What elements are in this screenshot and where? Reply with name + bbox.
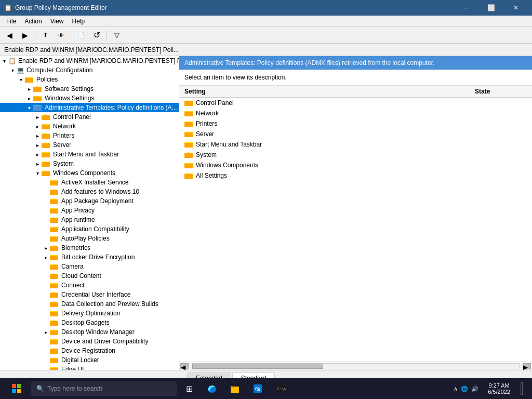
tree-item-data-coll[interactable]: Data Collection and Preview Builds: [0, 299, 179, 309]
tree-item-edge-ui[interactable]: Edge UI: [0, 365, 179, 370]
tree-toggle-network[interactable]: ▸: [33, 124, 42, 129]
tree-item-admin-templates[interactable]: ▾ Administrative Templates: Policy defin…: [0, 103, 179, 112]
tree-item-win-components[interactable]: ▾ Windows Components: [0, 168, 179, 178]
tree-item-desktop-wm[interactable]: ▸ Desktop Window Manager: [0, 327, 179, 337]
right-item-start-menu-and-taskbar[interactable]: Start Menu and Taskbar: [179, 139, 532, 150]
forward-button[interactable]: ▶: [18, 29, 32, 42]
menu-action[interactable]: Action: [20, 17, 46, 26]
tree-toggle-policies[interactable]: ▾: [17, 77, 25, 83]
right-item-control-panel[interactable]: Control Panel: [179, 98, 532, 108]
tree-item-biometrics[interactable]: ▸ Biometrics: [0, 243, 179, 252]
scroll-right-btn[interactable]: ▶: [523, 363, 531, 369]
right-item-list[interactable]: Control Panel Network Printers Server: [179, 98, 532, 362]
up-button[interactable]: ⬆: [38, 29, 52, 42]
tree-item-server[interactable]: ▸ Server: [0, 140, 179, 150]
tree-toggle-start-menu[interactable]: ▸: [33, 152, 42, 157]
scroll-left-btn[interactable]: ◀: [180, 363, 189, 369]
tree-item-app-runtime[interactable]: App runtime: [0, 215, 179, 224]
system-tray[interactable]: ∧ 🌐 🔊: [449, 385, 483, 392]
tree-item-desktop-gadgets[interactable]: Desktop Gadgets: [0, 318, 179, 327]
tree-item-camera[interactable]: Camera: [0, 262, 179, 271]
tree-item-start-menu[interactable]: ▸ Start Menu and Taskbar: [0, 150, 179, 159]
tree-item-policies[interactable]: ▾ Policies: [0, 75, 179, 84]
tree-item-autoplay[interactable]: AutoPlay Policies: [0, 234, 179, 243]
show-desktop-button[interactable]: [515, 378, 528, 399]
cmd-icon[interactable]: C:\>_: [270, 378, 291, 399]
tree-item-app-pkg[interactable]: App Package Deployment: [0, 196, 179, 206]
tree-item-cloud-content[interactable]: Cloud Content: [0, 271, 179, 281]
folder-icon: [50, 301, 58, 308]
tree-item-connect[interactable]: Connect: [0, 281, 179, 290]
close-button[interactable]: ✕: [504, 0, 528, 16]
svg-rect-1: [33, 87, 42, 92]
tree-label-app-privacy: App Privacy: [61, 207, 95, 214]
task-view-button[interactable]: ⊞: [179, 378, 200, 399]
right-item-network[interactable]: Network: [179, 108, 532, 118]
filter-button[interactable]: ▽: [110, 29, 124, 42]
tree-item-device-reg[interactable]: Device Registration: [0, 346, 179, 355]
tree-toggle-win-settings[interactable]: ▸: [25, 96, 33, 101]
tree-item-network[interactable]: ▸ Network: [0, 122, 179, 131]
menu-view[interactable]: View: [46, 17, 68, 26]
tree-item-add-features[interactable]: Add features to Windows 10: [0, 187, 179, 196]
store-icon[interactable]: 🛍: [247, 378, 268, 399]
tree-pane[interactable]: ▾📋Enable RDP and WINRM [MARIODC.MARIO.PE…: [0, 56, 179, 370]
scroll-track[interactable]: [192, 363, 520, 369]
maximize-button[interactable]: ⬜: [479, 0, 503, 16]
tree-toggle-root[interactable]: ▾: [0, 58, 8, 64]
tree-toggle-system[interactable]: ▸: [33, 161, 42, 167]
right-item-printers[interactable]: Printers: [179, 118, 532, 129]
tree-item-printers[interactable]: ▸ Printers: [0, 131, 179, 140]
main-content: ▾📋Enable RDP and WINRM [MARIODC.MARIO.PE…: [0, 56, 532, 370]
tree-toggle-win-components[interactable]: ▾: [33, 170, 42, 176]
tree-item-control-panel[interactable]: ▸ Control Panel: [0, 112, 179, 122]
tree-toggle-printers[interactable]: ▸: [33, 133, 42, 139]
refresh-button[interactable]: ↺: [89, 29, 104, 42]
chevron-icon[interactable]: ∧: [454, 385, 458, 392]
scroll-thumb[interactable]: [192, 364, 323, 369]
tree-toggle-sw-settings[interactable]: ▸: [25, 86, 33, 92]
show-hide-button[interactable]: 👁: [54, 29, 68, 42]
properties-button[interactable]: 📄: [74, 29, 88, 42]
edge-icon[interactable]: [202, 378, 222, 399]
tree-item-win-settings[interactable]: ▸ Windows Settings: [0, 94, 179, 103]
svg-rect-34: [184, 122, 193, 127]
tree-item-cred-ui[interactable]: Credential User Interface: [0, 290, 179, 299]
tree-item-device-driver[interactable]: Device and Driver Compatibility: [0, 337, 179, 346]
right-item-system[interactable]: System: [179, 150, 532, 160]
tree-item-activex[interactable]: ActiveX Installer Service: [0, 178, 179, 187]
right-item-all-settings[interactable]: All Settings: [179, 170, 532, 181]
tree-toggle-admin-templates[interactable]: ▾: [25, 105, 33, 111]
volume-icon[interactable]: 🔊: [471, 385, 478, 392]
menu-help[interactable]: Help: [68, 17, 89, 26]
tree-item-app-compat[interactable]: Application Compatibility: [0, 224, 179, 234]
tree-item-digital-locker[interactable]: Digital Locker: [0, 355, 179, 365]
tree-item-delivery-opt[interactable]: Delivery Optimization: [0, 309, 179, 318]
tree-toggle-cc[interactable]: ▾: [8, 68, 17, 73]
tree-toggle-bitlocker[interactable]: ▸: [42, 255, 50, 260]
file-explorer-icon[interactable]: [224, 378, 245, 399]
tree-item-sw-settings[interactable]: ▸ Software Settings: [0, 84, 179, 94]
tree-toggle-desktop-wm[interactable]: ▸: [42, 329, 50, 335]
start-button[interactable]: [4, 378, 29, 399]
horizontal-scrollbar[interactable]: ◀ ▶: [179, 362, 532, 370]
taskbar-search[interactable]: 🔍 Type here to search: [31, 381, 177, 396]
menu-file[interactable]: File: [2, 17, 20, 26]
tree-item-system[interactable]: ▸ System: [0, 159, 179, 168]
clock[interactable]: 9:27 AM 6/5/2022: [484, 382, 514, 395]
tree-item-bitlocker[interactable]: ▸ BitLocker Drive Encryption: [0, 252, 179, 262]
minimize-button[interactable]: ─: [454, 0, 478, 16]
tree-item-root[interactable]: ▾📋Enable RDP and WINRM [MARIODC.MARIO.PE…: [0, 56, 179, 65]
tree-item-app-privacy[interactable]: App Privacy: [0, 206, 179, 215]
network-icon[interactable]: 🌐: [461, 385, 468, 392]
folder-icon: [33, 104, 42, 111]
right-item-windows-components[interactable]: Windows Components: [179, 160, 532, 170]
back-button[interactable]: ◀: [2, 29, 17, 42]
tree-toggle-biometrics[interactable]: ▸: [42, 245, 50, 251]
tree-toggle-server[interactable]: ▸: [33, 142, 42, 148]
tree-toggle-control-panel[interactable]: ▸: [33, 114, 42, 120]
right-item-server[interactable]: Server: [179, 129, 532, 139]
right-header-text: Administrative Templates: Policy definit…: [184, 59, 434, 66]
tree-label-desktop-gadgets: Desktop Gadgets: [61, 319, 110, 326]
tree-item-cc[interactable]: ▾💻Computer Configuration: [0, 65, 179, 75]
